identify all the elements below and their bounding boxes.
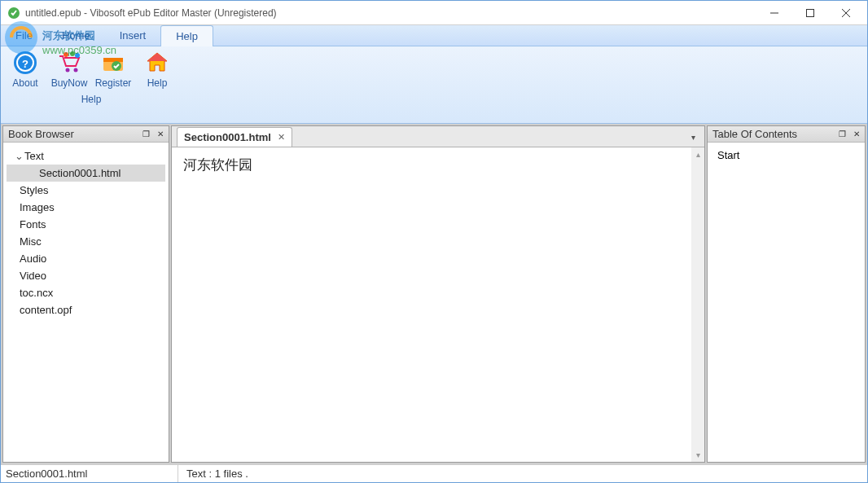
titlebar: untitled.epub - Vibosoft ePub Editor Mas…: [1, 1, 867, 25]
book-browser-panel: Book Browser ❐ ✕ ⌄Text Section0001.html …: [2, 125, 169, 463]
buynow-button[interactable]: BuyNow: [50, 50, 89, 89]
toc-title: Table Of Contents: [712, 128, 797, 140]
menu-help[interactable]: Help: [160, 25, 213, 46]
svg-rect-2: [807, 9, 814, 16]
status-right: Text : 1 files .: [178, 468, 248, 480]
tree-item-misc[interactable]: Misc: [7, 233, 165, 250]
svg-text:?: ?: [22, 58, 28, 70]
ribbon-group-help: ? About BuyNow Register Help Help: [1, 46, 182, 123]
tree-item-text[interactable]: ⌄Text: [7, 147, 165, 165]
menu-home[interactable]: Home: [47, 25, 105, 46]
help-label: Help: [147, 77, 168, 89]
editor-panel: Section0001.html ✕ ▾ 河东软件园 ▴ ▾: [171, 125, 705, 463]
app-icon: [7, 7, 20, 20]
panel-close-button[interactable]: ✕: [850, 129, 863, 140]
about-button[interactable]: ? About: [6, 50, 45, 89]
register-button[interactable]: Register: [94, 50, 133, 89]
editor-scrollbar[interactable]: ▴ ▾: [691, 147, 704, 462]
panel-float-button[interactable]: ❐: [139, 129, 152, 140]
panel-float-button[interactable]: ❐: [835, 129, 848, 140]
maximize-button[interactable]: [792, 2, 828, 24]
help-button[interactable]: Help: [138, 50, 177, 89]
minimize-button[interactable]: [756, 2, 792, 24]
tree-item-styles[interactable]: Styles: [7, 182, 165, 199]
tree-item-images[interactable]: Images: [7, 199, 165, 216]
about-icon: ?: [12, 50, 38, 76]
scroll-up-icon[interactable]: ▴: [696, 147, 700, 161]
tree-item-fonts[interactable]: Fonts: [7, 216, 165, 233]
tree-item-tocncx[interactable]: toc.ncx: [7, 284, 165, 301]
toc-header: Table Of Contents ❐ ✕: [708, 126, 865, 143]
buynow-label: BuyNow: [51, 77, 88, 89]
tree-item-section[interactable]: Section0001.html: [7, 165, 165, 182]
tab-dropdown-icon[interactable]: ▾: [686, 130, 699, 143]
register-icon: [100, 50, 126, 76]
home-icon: [144, 50, 170, 76]
tab-close-icon[interactable]: ✕: [278, 132, 285, 143]
book-browser-header: Book Browser ❐ ✕: [3, 126, 169, 143]
svg-rect-15: [103, 58, 123, 62]
status-left: Section0001.html: [1, 465, 178, 482]
editor-tab-label: Section0001.html: [184, 131, 271, 143]
ribbon: ? About BuyNow Register Help Help: [1, 46, 867, 124]
ribbon-group-label: Help: [6, 92, 177, 105]
chevron-down-icon: ⌄: [15, 150, 24, 162]
book-browser-tree: ⌄Text Section0001.html Styles Images Fon…: [3, 143, 169, 462]
editor-tabstrip: Section0001.html ✕ ▾: [172, 126, 704, 147]
tree-item-audio[interactable]: Audio: [7, 250, 165, 267]
menu-file[interactable]: File: [1, 25, 47, 46]
toc-body: Start: [708, 143, 865, 462]
close-button[interactable]: [828, 2, 864, 24]
window-title: untitled.epub - Vibosoft ePub Editor Mas…: [25, 7, 756, 19]
toc-item-start[interactable]: Start: [717, 149, 855, 161]
panel-close-button[interactable]: ✕: [154, 129, 167, 140]
menu-insert[interactable]: Insert: [105, 25, 161, 46]
menubar: File Home Insert Help: [1, 25, 867, 46]
svg-point-13: [75, 53, 80, 58]
cart-icon: [56, 50, 82, 76]
editor-content-area[interactable]: 河东软件园 ▴ ▾: [172, 147, 704, 462]
svg-point-11: [64, 52, 68, 57]
tree-item-contentopf[interactable]: content.opf: [7, 301, 165, 318]
book-browser-title: Book Browser: [8, 128, 74, 140]
scroll-down-icon[interactable]: ▾: [696, 448, 700, 462]
svg-point-9: [66, 68, 70, 72]
toc-panel: Table Of Contents ❐ ✕ Start: [707, 125, 866, 463]
svg-point-10: [74, 68, 78, 72]
tree-item-video[interactable]: Video: [7, 267, 165, 284]
register-label: Register: [95, 77, 132, 89]
about-label: About: [12, 77, 37, 89]
svg-point-12: [70, 51, 75, 56]
editor-text: 河东软件园: [172, 147, 704, 182]
editor-tab[interactable]: Section0001.html ✕: [177, 127, 292, 147]
statusbar: Section0001.html Text : 1 files .: [1, 464, 867, 482]
